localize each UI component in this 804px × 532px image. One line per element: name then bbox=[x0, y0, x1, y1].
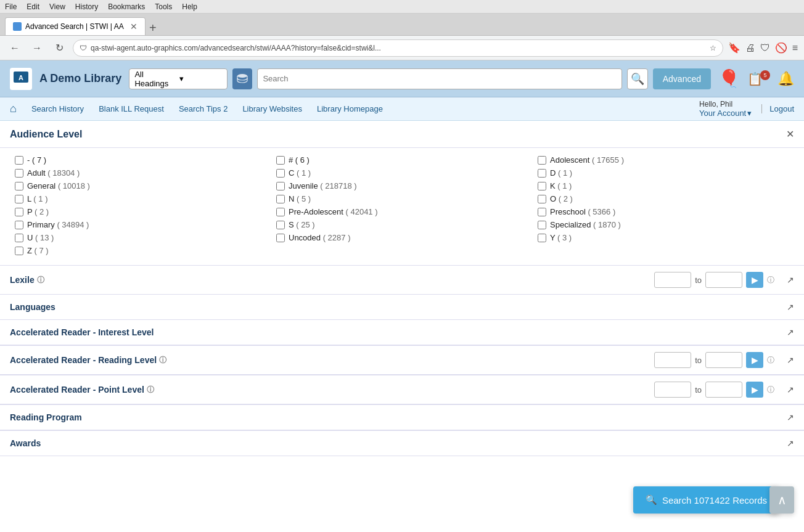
checkbox-p[interactable]: P ( 2 ) bbox=[15, 207, 266, 216]
checkbox-n-input[interactable] bbox=[276, 195, 285, 203]
ar-point-from-input[interactable] bbox=[654, 382, 691, 398]
menu-view[interactable]: View bbox=[49, 2, 65, 11]
checkbox-l[interactable]: L ( 1 ) bbox=[15, 194, 266, 203]
checkbox-o-input[interactable] bbox=[538, 195, 546, 203]
advanced-button[interactable]: Advanced bbox=[653, 68, 711, 89]
search-go-button[interactable]: 🔍 bbox=[627, 68, 648, 89]
nav-home-icon[interactable]: ⌂ bbox=[10, 102, 17, 115]
checkbox-uncoded-input[interactable] bbox=[276, 234, 285, 242]
ar-point-range-help-icon[interactable]: ⓘ bbox=[767, 385, 774, 395]
lexile-help-icon[interactable]: ⓘ bbox=[37, 275, 44, 285]
ar-reading-range-help-icon[interactable]: ⓘ bbox=[767, 355, 774, 366]
checkbox-juvenile-input[interactable] bbox=[276, 182, 285, 190]
bookmark-icon[interactable]: 🔖 bbox=[728, 42, 740, 54]
logout-button[interactable]: Logout bbox=[761, 104, 794, 113]
checkbox-specialized[interactable]: Specialized ( 1870 ) bbox=[538, 220, 789, 229]
ar-reading-help-icon[interactable]: ⓘ bbox=[159, 355, 166, 366]
reading-program-expand-icon[interactable]: ↗ bbox=[787, 412, 794, 422]
checkbox-adolescent-input[interactable] bbox=[538, 156, 546, 165]
checkbox-s-input[interactable] bbox=[276, 221, 285, 229]
menu-tools[interactable]: Tools bbox=[155, 2, 172, 11]
lexile-range-help-icon[interactable]: ⓘ bbox=[767, 275, 774, 285]
awards-expand-icon[interactable]: ↗ bbox=[787, 438, 794, 448]
checkbox-adolescent[interactable]: Adolescent ( 17655 ) bbox=[538, 155, 789, 165]
checkbox-n[interactable]: N ( 5 ) bbox=[276, 194, 528, 203]
checkbox-y[interactable]: Y ( 3 ) bbox=[538, 233, 789, 242]
search-records-button[interactable]: 🔍 Search 1071422 Records bbox=[633, 486, 779, 514]
new-tab-button[interactable]: + bbox=[149, 21, 157, 35]
menu-edit[interactable]: Edit bbox=[27, 2, 39, 11]
scroll-top-button[interactable]: ∧ bbox=[769, 486, 794, 514]
checkbox-pre-adolescent-input[interactable] bbox=[276, 208, 285, 216]
checkbox-juvenile[interactable]: Juvenile ( 218718 ) bbox=[276, 181, 528, 190]
checkbox-preschool[interactable]: Preschool ( 5366 ) bbox=[538, 207, 789, 216]
ar-reading-from-input[interactable] bbox=[654, 352, 691, 368]
checkbox-k[interactable]: K ( 1 ) bbox=[538, 181, 789, 190]
languages-expand-icon[interactable]: ↗ bbox=[787, 302, 794, 312]
checkbox-hash-input[interactable] bbox=[276, 156, 285, 165]
checkbox-d[interactable]: D ( 1 ) bbox=[538, 168, 789, 178]
menu-bookmarks[interactable]: Bookmarks bbox=[108, 2, 145, 11]
notification-container[interactable]: 🔔 bbox=[777, 71, 794, 87]
checkbox-pre-adolescent[interactable]: Pre-Adolescent ( 42041 ) bbox=[276, 207, 528, 216]
menu-file[interactable]: File bbox=[5, 2, 17, 11]
checkbox-o[interactable]: O ( 2 ) bbox=[538, 194, 789, 203]
checkbox-l-input[interactable] bbox=[15, 195, 23, 203]
checkbox-dash[interactable]: - ( 7 ) bbox=[15, 155, 266, 165]
lexile-expand-icon[interactable]: ↗ bbox=[787, 275, 794, 285]
checkbox-u[interactable]: U ( 13 ) bbox=[15, 233, 266, 242]
ar-point-expand-icon[interactable]: ↗ bbox=[787, 385, 794, 395]
active-tab[interactable]: Advanced Search | STWI | AAAA... ✕ bbox=[5, 17, 146, 35]
address-bar[interactable]: 🛡 qa-stwi-agent.auto-graphics.com/advanc… bbox=[73, 39, 723, 57]
lexile-from-input[interactable] bbox=[654, 272, 691, 288]
forward-button[interactable]: → bbox=[28, 39, 46, 57]
your-account-link[interactable]: Your Account ▾ bbox=[699, 108, 752, 118]
nav-search-history[interactable]: Search History bbox=[24, 104, 91, 113]
checkbox-s[interactable]: S ( 25 ) bbox=[276, 220, 528, 229]
search-input[interactable] bbox=[263, 74, 616, 83]
nav-search-tips[interactable]: Search Tips 2 bbox=[171, 104, 236, 113]
database-icon[interactable] bbox=[232, 68, 252, 89]
checkbox-u-input[interactable] bbox=[15, 234, 23, 242]
reading-program-section[interactable]: Reading Program ↗ bbox=[0, 404, 804, 430]
checkbox-preschool-input[interactable] bbox=[538, 208, 546, 216]
print-icon[interactable]: 🖨 bbox=[745, 43, 755, 54]
ar-point-to-input[interactable] bbox=[705, 382, 742, 398]
close-audience-icon[interactable]: ✕ bbox=[786, 128, 794, 140]
checkbox-k-input[interactable] bbox=[538, 182, 546, 190]
checkbox-d-input[interactable] bbox=[538, 169, 546, 178]
checkbox-dash-input[interactable] bbox=[15, 156, 23, 165]
shield-guard-icon[interactable]: 🛡 bbox=[760, 43, 770, 54]
nav-blank-ill[interactable]: Blank ILL Request bbox=[91, 104, 171, 113]
ar-interest-expand-icon[interactable]: ↗ bbox=[787, 327, 794, 337]
lexile-to-input[interactable] bbox=[705, 272, 742, 288]
ar-point-go-button[interactable]: ▶ bbox=[746, 382, 763, 398]
nav-library-homepage[interactable]: Library Homepage bbox=[310, 104, 390, 113]
checkbox-c[interactable]: C ( 1 ) bbox=[276, 168, 528, 178]
checkbox-uncoded[interactable]: Uncoded ( 2287 ) bbox=[276, 233, 528, 242]
checkbox-z[interactable]: Z ( 7 ) bbox=[15, 246, 266, 255]
checkbox-z-input[interactable] bbox=[15, 247, 23, 255]
menu-help[interactable]: Help bbox=[182, 2, 197, 11]
menu-history[interactable]: History bbox=[75, 2, 98, 11]
checkbox-general[interactable]: General ( 10018 ) bbox=[15, 181, 266, 190]
lexile-go-button[interactable]: ▶ bbox=[746, 272, 763, 288]
star-icon[interactable]: ☆ bbox=[710, 44, 716, 52]
block-icon[interactable]: 🚫 bbox=[775, 42, 787, 54]
languages-section[interactable]: Languages ↗ bbox=[0, 295, 804, 320]
lightbulb-icon[interactable]: 🎈 bbox=[718, 68, 740, 89]
awards-section[interactable]: Awards ↗ bbox=[0, 430, 804, 456]
checkbox-adult-input[interactable] bbox=[15, 169, 23, 178]
checkbox-c-input[interactable] bbox=[276, 169, 285, 178]
reload-button[interactable]: ↻ bbox=[51, 39, 68, 57]
ar-reading-go-button[interactable]: ▶ bbox=[746, 352, 763, 368]
checkbox-general-input[interactable] bbox=[15, 182, 23, 190]
ar-interest-section[interactable]: Accelerated Reader - Interest Level ↗ bbox=[0, 320, 804, 345]
checkbox-adult[interactable]: Adult ( 18304 ) bbox=[15, 168, 266, 178]
ar-point-help-icon[interactable]: ⓘ bbox=[147, 385, 154, 395]
checkbox-p-input[interactable] bbox=[15, 208, 23, 216]
checkbox-primary-input[interactable] bbox=[15, 221, 23, 229]
ar-reading-to-input[interactable] bbox=[705, 352, 742, 368]
search-input-box[interactable] bbox=[257, 68, 621, 89]
nav-library-websites[interactable]: Library Websites bbox=[235, 104, 310, 113]
